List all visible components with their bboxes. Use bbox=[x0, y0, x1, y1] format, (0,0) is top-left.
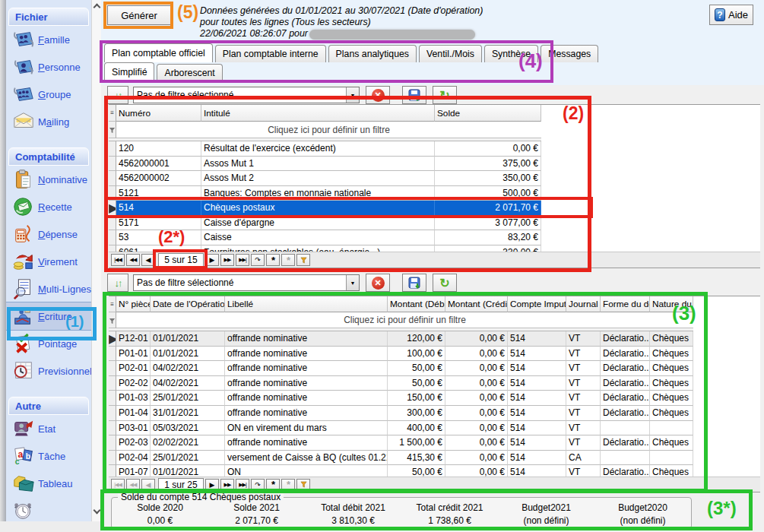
cell-piece[interactable]: P01-04 bbox=[116, 406, 151, 421]
cell-debit[interactable]: 400,00 € bbox=[388, 421, 445, 436]
cell-nature[interactable]: Chèques bbox=[650, 347, 693, 362]
sidebar-item-mailing[interactable]: Mailing bbox=[6, 108, 91, 135]
cell-journal[interactable]: VT bbox=[566, 376, 601, 391]
tab-messages[interactable]: Messages bbox=[541, 45, 598, 62]
pager-filter-funnel-icon[interactable] bbox=[296, 254, 310, 266]
cell-credit[interactable]: 0,00 € bbox=[445, 376, 508, 391]
cell-compte[interactable]: 514 bbox=[508, 361, 566, 376]
fast-prev-icon[interactable]: ◀◀ bbox=[126, 254, 140, 266]
table-row[interactable]: 4562000001Assos Mut 1375,00 € bbox=[109, 157, 760, 172]
row-selector[interactable] bbox=[109, 157, 116, 172]
sidebar-item-ecriture[interactable]: Ecriture bbox=[6, 302, 91, 330]
table-row[interactable]: ▶P12-0101/01/2021offrande nominative120,… bbox=[109, 331, 760, 347]
cell-date[interactable]: 01/01/2021 bbox=[151, 347, 225, 362]
cell-nature[interactable]: Chèques bbox=[650, 376, 693, 391]
cell-forme[interactable]: Déclaratio... bbox=[601, 406, 650, 421]
column-header[interactable]: N° pièce bbox=[116, 296, 151, 312]
clear-filter-button[interactable]: ✕ bbox=[366, 274, 390, 292]
row-selector[interactable] bbox=[109, 171, 116, 186]
sidebar-item-famille[interactable]: Famille bbox=[6, 26, 91, 53]
cell-intitule[interactable]: Caisse d'épargne bbox=[201, 216, 435, 231]
filter-select[interactable]: Pas de filtre sélectionné ▼ bbox=[133, 87, 360, 103]
sidebar-item-virement[interactable]: Virement bbox=[6, 248, 91, 275]
cell-numero[interactable]: 4562000001 bbox=[116, 157, 201, 172]
prev-page-icon[interactable]: ◀ bbox=[141, 479, 155, 491]
sidebar-item-nominative[interactable]: Nominative bbox=[6, 166, 91, 193]
table-row[interactable]: 4562000002Assos Mut 2350,00 € bbox=[109, 171, 760, 186]
row-selector[interactable] bbox=[109, 230, 116, 245]
cell-debit[interactable]: 300,00 € bbox=[388, 406, 445, 421]
tab-plan-comptable-officiel[interactable]: Plan comptable officiel bbox=[104, 43, 213, 62]
table-row[interactable]: P02-0104/02/2021offrande nominative50,00… bbox=[109, 361, 760, 376]
last-page-icon[interactable]: ▶▶| bbox=[236, 479, 249, 491]
cell-debit[interactable]: 100,00 € bbox=[388, 347, 445, 362]
column-header[interactable]: Nature du d bbox=[650, 296, 693, 312]
row-selector[interactable] bbox=[109, 391, 116, 406]
cell-libelle[interactable]: versement de Caisse à BQ (cultes 01.21) bbox=[225, 451, 388, 466]
cell-journal[interactable]: VT bbox=[566, 331, 601, 347]
cell-forme[interactable]: Déclaratio... bbox=[601, 331, 650, 347]
sidebar-item-t-che[interactable]: abcTâche bbox=[6, 442, 91, 470]
cell-piece[interactable]: P02-02 bbox=[116, 376, 151, 391]
cell-credit[interactable]: 0,00 € bbox=[445, 347, 508, 362]
cell-numero[interactable]: 120 bbox=[116, 141, 201, 157]
row-selector[interactable] bbox=[109, 361, 116, 376]
cell-compte[interactable]: 514 bbox=[508, 421, 566, 436]
cell-journal[interactable]: VT bbox=[566, 406, 601, 421]
cell-solde[interactable]: 83,20 € bbox=[435, 230, 541, 245]
table-row[interactable]: P02-0302/02/2021offrande nominative1 500… bbox=[109, 435, 760, 451]
table-row[interactable]: 5171Caisse d'épargne3 077,00 € bbox=[109, 216, 760, 231]
column-header[interactable]: Date de l'Opération bbox=[151, 296, 225, 312]
fast-prev-icon[interactable]: ◀◀ bbox=[126, 479, 140, 491]
cell-solde[interactable]: 0,00 € bbox=[435, 141, 541, 157]
tab-arborescent[interactable]: Arborescent bbox=[157, 64, 222, 81]
cell-compte[interactable]: 514 bbox=[508, 347, 566, 362]
cell-forme[interactable]: Déclaratio... bbox=[601, 347, 650, 362]
cell-compte[interactable]: 514 bbox=[508, 406, 566, 421]
cell-libelle[interactable]: offrande nominative bbox=[225, 435, 388, 451]
scroll-up-icon[interactable] bbox=[94, 4, 101, 11]
cell-solde[interactable]: 500,00 € bbox=[435, 186, 541, 201]
sidebar-item-pointage[interactable]: Pointage bbox=[6, 330, 91, 357]
next-page-icon[interactable]: ▶ bbox=[205, 479, 219, 491]
column-header[interactable]: Montant (Crédit) bbox=[445, 296, 508, 312]
cell-journal[interactable]: VT bbox=[566, 421, 601, 436]
row-selector[interactable] bbox=[109, 451, 116, 466]
next-page-icon[interactable]: ▶ bbox=[205, 254, 219, 266]
cell-credit[interactable]: 0,00 € bbox=[445, 451, 508, 466]
column-header[interactable]: Solde bbox=[435, 105, 541, 122]
table-row[interactable]: P02-0204/02/2021offrande nominative50,00… bbox=[109, 376, 760, 391]
fast-next-icon[interactable]: ▶▶ bbox=[220, 479, 234, 491]
cell-intitule[interactable]: Chèques postaux bbox=[201, 201, 435, 216]
current-row-arrow-icon[interactable]: ▶ bbox=[109, 331, 116, 347]
pager-filter-funnel-icon[interactable] bbox=[296, 479, 310, 491]
cell-nature[interactable]: Chèques bbox=[650, 331, 693, 347]
cell-date[interactable]: 25/01/2021 bbox=[151, 451, 225, 466]
cell-numero[interactable]: 53 bbox=[116, 230, 201, 245]
cell-journal[interactable]: CA bbox=[566, 451, 601, 466]
filter-select[interactable]: Pas de filtre sélectionné ▼ bbox=[133, 274, 360, 291]
column-header[interactable]: Libellé bbox=[225, 296, 388, 312]
row-selector[interactable] bbox=[109, 406, 116, 421]
cell-nature[interactable] bbox=[650, 451, 693, 466]
cell-forme[interactable]: Déclaratio... bbox=[601, 361, 650, 376]
sidebar-item-etat[interactable]: Etat bbox=[6, 415, 91, 442]
cell-credit[interactable]: 0,00 € bbox=[445, 361, 508, 376]
cell-date[interactable]: 25/01/2021 bbox=[151, 391, 225, 406]
cell-nature[interactable]: Chèques bbox=[650, 361, 693, 376]
tab-ventil-mois[interactable]: Ventil./Mois bbox=[419, 45, 482, 62]
sidebar-item-previsionnel[interactable]: Previsionnel bbox=[6, 357, 91, 385]
row-selector[interactable] bbox=[109, 421, 116, 436]
table-row[interactable]: 53Caisse83,20 € bbox=[109, 230, 760, 245]
cell-journal[interactable]: VT bbox=[566, 391, 601, 406]
cell-credit[interactable]: 0,00 € bbox=[445, 391, 508, 406]
column-header[interactable]: Compte Imputé bbox=[508, 296, 566, 312]
cell-date[interactable]: 31/01/2021 bbox=[151, 406, 225, 421]
chevron-down-icon[interactable]: ▼ bbox=[346, 87, 359, 103]
generate-button[interactable]: Générer bbox=[107, 5, 171, 25]
expand-icon[interactable]: * bbox=[266, 479, 280, 491]
cell-compte[interactable]: 514 bbox=[508, 331, 566, 347]
filter-hint-row[interactable]: Cliquez ici pour définir un filtre bbox=[116, 312, 693, 328]
cell-credit[interactable]: 0,00 € bbox=[445, 406, 508, 421]
cell-debit[interactable]: 50,00 € bbox=[388, 376, 445, 391]
